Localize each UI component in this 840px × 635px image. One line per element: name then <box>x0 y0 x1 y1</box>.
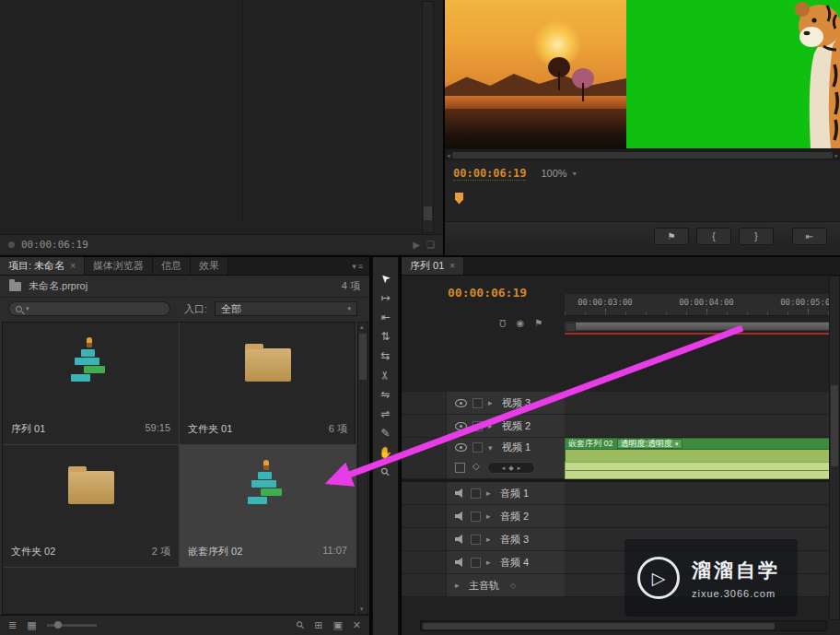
video-track-3-header[interactable]: ▸ 视频 3 <box>402 392 565 415</box>
keyframe-display-toggle[interactable] <box>455 463 465 473</box>
marker-pin-icon[interactable] <box>455 193 463 205</box>
tab-sequence-01[interactable]: 序列 01 × <box>402 257 464 275</box>
chevron-right-icon[interactable]: ▸ <box>486 558 495 567</box>
close-icon[interactable]: × <box>70 261 76 271</box>
track-lock-toggle[interactable] <box>472 442 483 453</box>
zoom-level-dropdown[interactable]: 100% ▾ <box>541 168 576 179</box>
mark-out-button[interactable]: } <box>739 228 774 245</box>
rolling-edit-tool[interactable]: ⇅ <box>374 326 397 346</box>
new-bin-icon[interactable]: ⊞ <box>314 619 322 631</box>
speaker-icon[interactable] <box>455 558 465 567</box>
video-track-2-content[interactable] <box>565 415 840 438</box>
find-icon[interactable]: ⚲ <box>294 618 308 632</box>
search-input[interactable]: ▾ <box>8 301 170 316</box>
speaker-icon[interactable] <box>455 535 465 544</box>
video-track-3-content[interactable] <box>565 392 840 415</box>
scroll-left-icon[interactable]: ◂ <box>447 152 450 159</box>
track-lock-toggle[interactable] <box>471 558 481 568</box>
encore-marker-icon[interactable]: ◉ <box>516 318 524 328</box>
mark-in-button[interactable]: { <box>696 228 731 245</box>
track-lock-toggle[interactable] <box>471 488 481 499</box>
eye-icon[interactable] <box>455 422 467 430</box>
speaker-icon[interactable] <box>455 512 465 521</box>
project-item-folder-01[interactable]: 文件夹 01 6 项 <box>180 323 356 445</box>
track-lock-toggle[interactable] <box>472 398 483 408</box>
timeline-hscroll-thumb[interactable] <box>423 623 775 629</box>
timeline-vertical-scrollbar[interactable] <box>829 276 840 620</box>
slip-tool[interactable]: ⇋ <box>374 384 397 404</box>
project-scrollbar[interactable]: ▴ ▾ <box>357 322 368 615</box>
track-select-tool[interactable]: ↦ <box>374 288 397 307</box>
tab-media-browser[interactable]: 媒体浏览器 <box>85 257 153 275</box>
track-lock-toggle[interactable] <box>472 421 483 431</box>
track-lock-toggle[interactable] <box>471 512 481 522</box>
audio-track-1-header[interactable]: ▸ 音频 1 <box>402 482 565 505</box>
video-track-1-content[interactable]: 嵌套序列 02 透明度:透明度 ▾ <box>565 438 840 479</box>
zoom-tool[interactable]: ⚲ <box>374 462 397 481</box>
keyframe-icon[interactable]: ◇ <box>510 582 516 590</box>
prev-keyframe-icon[interactable]: ◂ <box>502 464 506 472</box>
timeline-vscroll-thumb[interactable] <box>831 385 838 466</box>
keyframe-icon[interactable]: ◆ <box>508 464 513 472</box>
master-track-header[interactable]: ▸ 主音轨 ◇ <box>402 574 565 597</box>
chevron-right-icon[interactable]: ▸ <box>486 535 495 544</box>
slide-tool[interactable]: ⇌ <box>374 404 397 423</box>
program-timecode[interactable]: 00:00:06:19 <box>453 167 526 181</box>
set-marker-icon[interactable]: ⚑ <box>534 318 542 328</box>
add-marker-button[interactable]: ⚑ <box>654 228 689 245</box>
video-track-2-header[interactable]: ▸ 视频 2 <box>402 415 565 438</box>
export-frame-icon[interactable]: ❏ <box>426 240 435 250</box>
pen-tool[interactable]: ✎ <box>374 423 397 442</box>
trash-icon[interactable]: ✕ <box>353 619 361 631</box>
chevron-right-icon[interactable]: ▸ <box>486 488 495 498</box>
rate-stretch-tool[interactable]: ⇆ <box>374 346 397 365</box>
go-to-in-button[interactable]: ⇤ <box>792 228 827 245</box>
thumbnail-size-slider[interactable] <box>47 624 97 627</box>
project-scrollbar-thumb[interactable] <box>359 334 367 380</box>
timeline-horizontal-scrollbar[interactable] <box>420 620 827 631</box>
scroll-right-icon[interactable]: ▸ <box>834 152 838 159</box>
clip-effect-dropdown[interactable]: 透明度:透明度 ▾ <box>617 439 682 449</box>
project-item-folder-02[interactable]: 文件夹 02 2 项 <box>3 445 180 568</box>
source-scrollbar[interactable] <box>422 1 434 233</box>
tab-effects[interactable]: 效果 <box>191 257 228 275</box>
audio-track-1-content[interactable] <box>565 482 840 505</box>
audio-track-3-header[interactable]: ▸ 音频 3 <box>402 528 565 551</box>
razor-tool[interactable]: ✂ <box>374 365 397 384</box>
ripple-edit-tool[interactable]: ⇤ <box>374 307 397 326</box>
audio-track-2-header[interactable]: ▸ 音频 2 <box>402 505 565 528</box>
time-ruler[interactable]: 00:00:03:00 00:00:04:00 00:00:05:00 <box>565 294 840 316</box>
snap-icon[interactable]: Ω <box>499 318 506 328</box>
scroll-up-icon[interactable]: ▴ <box>360 323 364 331</box>
add-keyframe-icon[interactable]: ◇ <box>472 461 480 471</box>
new-item-icon[interactable]: ▣ <box>332 619 342 631</box>
keyframe-navigator[interactable]: ◂ ◆ ▸ <box>487 462 535 474</box>
chevron-right-icon[interactable]: ▸ <box>455 581 463 590</box>
selection-tool[interactable]: ➤ <box>374 268 397 288</box>
audio-track-4-header[interactable]: ▸ 音频 4 <box>402 551 565 574</box>
list-view-icon[interactable]: ≣ <box>8 619 17 631</box>
close-icon[interactable]: × <box>449 261 455 271</box>
chevron-right-icon[interactable]: ▸ <box>488 421 496 430</box>
project-item-sequence-01[interactable]: 序列 01 59:15 <box>3 323 180 445</box>
preview-scrollbar[interactable]: ◂ ▸ <box>445 148 840 160</box>
clip-nested-sequence-02[interactable]: 嵌套序列 02 透明度:透明度 ▾ <box>565 438 840 479</box>
hand-tool[interactable]: ✋ <box>374 442 397 462</box>
tab-project[interactable]: 项目: 未命名 × <box>0 257 85 275</box>
chevron-down-icon[interactable]: ▾ <box>488 443 496 453</box>
preview-scrollbar-thumb[interactable] <box>452 152 834 159</box>
play-icon[interactable]: ▶ <box>413 240 420 250</box>
clip-keyframe-area[interactable] <box>565 462 840 479</box>
video-track-1-header[interactable]: ▾ 视频 1 ◇ ◂ ◆ ▸ <box>402 438 565 479</box>
next-keyframe-icon[interactable]: ▸ <box>518 464 521 472</box>
eye-icon[interactable] <box>455 443 467 452</box>
project-item-nested-sequence-02[interactable]: 嵌套序列 02 11:07 <box>180 445 356 568</box>
eye-icon[interactable] <box>455 399 467 407</box>
audio-track-2-content[interactable] <box>565 505 840 528</box>
filter-dropdown[interactable]: 全部 ▾ <box>215 301 357 316</box>
icon-view-icon[interactable]: ▦ <box>27 619 36 631</box>
chevron-right-icon[interactable]: ▸ <box>488 398 496 407</box>
tab-info[interactable]: 信息 <box>153 257 191 275</box>
scroll-down-icon[interactable]: ▾ <box>360 606 364 613</box>
source-scrollbar-thumb[interactable] <box>424 206 432 220</box>
